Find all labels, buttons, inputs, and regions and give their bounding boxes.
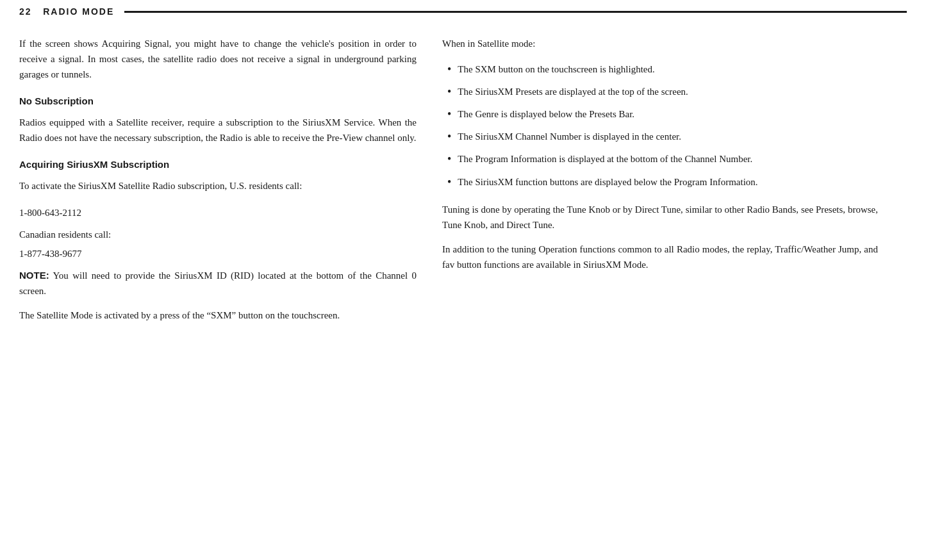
- list-item: The SiriusXM Presets are displayed at th…: [442, 84, 878, 100]
- no-subscription-body: Radios equipped with a Satellite receive…: [19, 115, 417, 145]
- section-title: RADIO MODE: [43, 6, 114, 17]
- canadian-label: Canadian residents call:: [19, 227, 417, 242]
- note-paragraph: NOTE: You will need to provide the Siriu…: [19, 268, 417, 299]
- bullet-text: The Genre is displayed below the Presets…: [458, 106, 878, 122]
- right-column: When in Satellite mode: The SXM button o…: [442, 36, 878, 335]
- list-item: The SXM button on the touchscreen is hig…: [442, 62, 878, 78]
- content-columns: If the screen shows Acquiring Signal, yo…: [0, 36, 926, 335]
- addition-text: In addition to the tuning Operation func…: [442, 242, 878, 272]
- bullet-text: The SiriusXM Presets are displayed at th…: [458, 84, 878, 99]
- us-phone: 1-800-643-2112: [19, 205, 417, 220]
- left-column: If the screen shows Acquiring Signal, yo…: [19, 36, 417, 335]
- page-header-title: 22 RADIO MODE: [19, 5, 114, 19]
- intro-paragraph: If the screen shows Acquiring Signal, yo…: [19, 36, 417, 82]
- acquiring-subscription-heading: Acquiring SiriusXM Subscription: [19, 157, 417, 172]
- satellite-mode-text: The Satellite Mode is activated by a pre…: [19, 308, 417, 323]
- list-item: The SiriusXM Channel Number is displayed…: [442, 129, 878, 145]
- list-item: The Genre is displayed below the Presets…: [442, 106, 878, 122]
- bullet-text: The SiriusXM function buttons are displa…: [458, 174, 878, 190]
- satellite-mode-bullets: The SXM button on the touchscreen is hig…: [442, 62, 878, 190]
- bullet-text: The SiriusXM Channel Number is displayed…: [458, 129, 878, 144]
- bullet-text: The Program Information is displayed at …: [458, 151, 878, 167]
- note-body: You will need to provide the SiriusXM ID…: [19, 270, 417, 296]
- list-item: The SiriusXM function buttons are displa…: [442, 174, 878, 190]
- canada-phone: 1-877-438-9677: [19, 246, 417, 261]
- when-in-satellite-label: When in Satellite mode:: [442, 36, 878, 51]
- page-container: 22 RADIO MODE If the screen shows Acquir…: [0, 0, 926, 560]
- bullet-text: The SXM button on the touchscreen is hig…: [458, 62, 878, 77]
- page-number: 22: [19, 6, 32, 17]
- no-subscription-heading: No Subscription: [19, 94, 417, 108]
- acquiring-subscription-body: To activate the SiriusXM Satellite Radio…: [19, 178, 417, 194]
- tuning-text: Tuning is done by operating the Tune Kno…: [442, 202, 878, 233]
- header-bar: 22 RADIO MODE: [0, 0, 926, 24]
- list-item: The Program Information is displayed at …: [442, 151, 878, 167]
- note-label: NOTE:: [19, 270, 49, 281]
- header-rule: [124, 11, 907, 13]
